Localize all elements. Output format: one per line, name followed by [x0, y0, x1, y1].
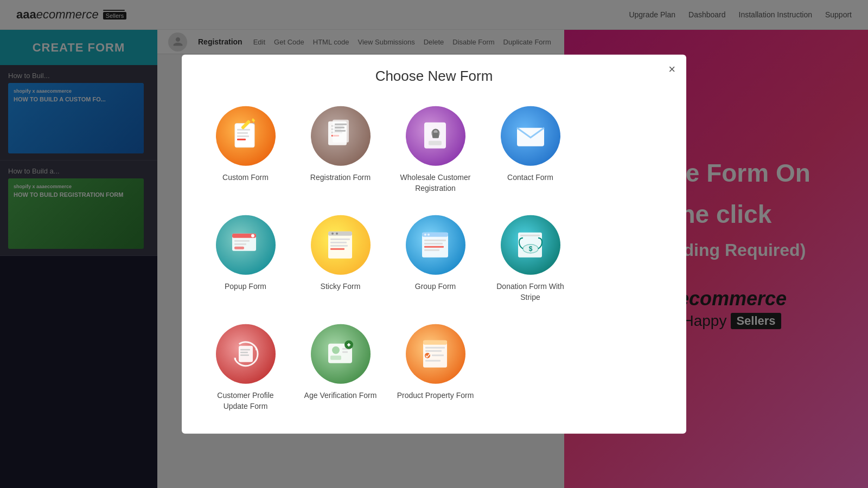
form-item-popup[interactable]: Popup Form — [203, 210, 288, 308]
svg-rect-59 — [330, 356, 341, 360]
form-item-registration[interactable]: Registration Form — [298, 101, 382, 199]
svg-point-26 — [251, 234, 254, 237]
form-label-sticky: Sticky Form — [321, 281, 361, 292]
svg-rect-17 — [335, 130, 346, 132]
svg-point-32 — [331, 233, 334, 235]
form-icon-custom — [216, 106, 276, 166]
svg-rect-61 — [342, 351, 348, 353]
svg-rect-34 — [330, 239, 350, 240]
svg-rect-2 — [237, 129, 250, 131]
svg-marker-7 — [252, 118, 255, 123]
form-item-sticky[interactable]: Sticky Form — [298, 210, 382, 308]
form-item-wholesale[interactable]: Wholesale Customer Registration — [393, 101, 477, 199]
form-icon-product-property — [406, 324, 465, 384]
svg-rect-35 — [330, 242, 347, 243]
modal-close-button[interactable]: × — [668, 63, 675, 75]
svg-rect-28 — [234, 243, 246, 245]
form-item-donation[interactable]: $ Donation Form With Stripe — [488, 210, 572, 308]
svg-rect-27 — [234, 240, 250, 242]
svg-rect-52 — [240, 349, 250, 351]
svg-rect-54 — [240, 355, 249, 356]
form-label-registration: Registration Form — [310, 172, 371, 183]
form-label-contact: Contact Form — [507, 172, 553, 183]
choose-form-modal: Choose New Form × — [182, 55, 686, 434]
svg-point-41 — [427, 234, 430, 236]
svg-rect-53 — [240, 352, 248, 354]
svg-rect-22 — [429, 141, 442, 145]
svg-rect-67 — [425, 347, 445, 349]
svg-rect-4 — [237, 136, 249, 137]
form-icon-customer-profile — [216, 324, 276, 384]
svg-point-58 — [332, 346, 340, 354]
svg-rect-71 — [425, 360, 441, 362]
svg-rect-43 — [424, 243, 443, 245]
svg-text:$: $ — [528, 245, 532, 253]
svg-rect-5 — [237, 139, 246, 140]
svg-point-69 — [425, 353, 430, 358]
form-label-group: Group Form — [415, 281, 456, 292]
form-item-custom[interactable]: Custom Form — [203, 101, 288, 199]
svg-rect-15 — [335, 124, 347, 125]
form-item-contact[interactable]: Contact Form — [488, 101, 572, 199]
form-item-age-verification[interactable]: Age Verification Form — [298, 319, 382, 417]
svg-rect-36 — [330, 245, 348, 247]
form-item-product-property[interactable]: Product Property Form — [393, 319, 477, 417]
svg-rect-42 — [424, 240, 446, 241]
form-label-product-property: Product Property Form — [397, 390, 474, 401]
modal-title: Choose New Form — [198, 68, 670, 85]
form-icon-registration — [311, 106, 371, 166]
modal-body: Custom Form R — [182, 90, 686, 434]
modal-header: Choose New Form × — [182, 55, 686, 90]
form-icon-group — [406, 215, 465, 275]
form-icon-wholesale — [406, 106, 465, 166]
form-label-age-verification: Age Verification Form — [304, 390, 377, 401]
form-icon-contact — [501, 106, 560, 166]
form-grid: Custom Form R — [203, 101, 665, 418]
form-item-group[interactable]: Group Form — [393, 210, 477, 308]
form-label-popup: Popup Form — [225, 281, 266, 292]
svg-rect-37 — [330, 248, 344, 250]
svg-rect-16 — [335, 127, 344, 129]
svg-rect-29 — [234, 247, 244, 249]
form-label-wholesale: Wholesale Customer Registration — [396, 172, 475, 194]
svg-rect-44 — [424, 246, 444, 248]
svg-point-40 — [424, 234, 426, 236]
svg-rect-70 — [432, 355, 444, 356]
form-label-donation: Donation Form With Stripe — [491, 281, 570, 303]
svg-point-33 — [336, 233, 338, 235]
svg-rect-3 — [237, 132, 248, 134]
form-icon-donation: $ — [501, 215, 560, 275]
svg-rect-68 — [425, 350, 442, 352]
svg-rect-66 — [423, 341, 447, 345]
form-icon-sticky — [311, 215, 371, 275]
form-item-customer-profile[interactable]: Customer Profile Update Form — [203, 319, 288, 417]
svg-rect-45 — [424, 249, 439, 251]
form-label-customer-profile: Customer Profile Update Form — [206, 390, 285, 412]
svg-rect-51 — [239, 346, 253, 362]
svg-rect-49 — [520, 235, 540, 236]
svg-rect-64 — [348, 343, 349, 346]
form-icon-age-verification — [311, 324, 371, 384]
form-label-custom: Custom Form — [222, 172, 269, 183]
form-icon-popup — [216, 215, 276, 275]
